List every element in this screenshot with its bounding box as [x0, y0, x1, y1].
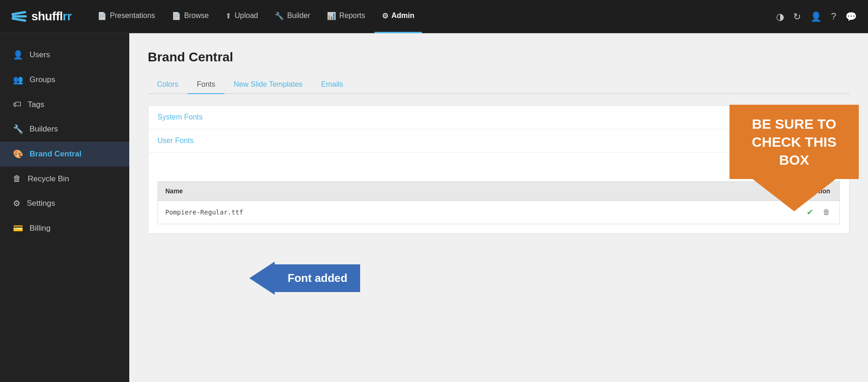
font-delete-icon[interactable]: 🗑 [823, 208, 830, 216]
settings-icon: ⚙ [13, 198, 20, 209]
builder-icon: 🔧 [275, 12, 284, 20]
fonts-table-container: Name Action Pompiere-Regular.ttf ✔ 🗑 [148, 181, 849, 233]
tabs: Colors Fonts New Slide Templates Emails [148, 76, 850, 94]
user-fonts-section[interactable]: User Fonts [148, 129, 849, 153]
tab-colors[interactable]: Colors [148, 76, 187, 94]
tab-new-slide-templates[interactable]: New Slide Templates [224, 76, 312, 94]
table-header-row: Name Action [158, 182, 840, 201]
nav-links: 📄 Presentations 📄 Browse ⬆ Upload 🔧 Buil… [90, 0, 776, 33]
col-action: Action [633, 182, 840, 201]
sidebar: 👤 Users 👥 Groups 🏷 Tags 🔧 Builders 🎨 Bra… [0, 33, 129, 382]
system-fonts-section[interactable]: System Fonts [148, 106, 849, 129]
users-icon: 👤 [13, 50, 23, 60]
fonts-card: System Fonts User Fonts Upload Font Name… [148, 105, 850, 234]
upload-icon: ⬆ [225, 12, 231, 20]
brand-central-icon: 🎨 [13, 149, 23, 159]
font-name: Pompiere-Regular.ttf [165, 209, 243, 216]
sidebar-item-users[interactable]: 👤 Users [0, 42, 129, 67]
sidebar-item-settings[interactable]: ⚙ Settings [0, 191, 129, 216]
tab-emails[interactable]: Emails [312, 76, 352, 94]
logo[interactable]: shufflrr [11, 8, 72, 25]
fonts-table-body: Pompiere-Regular.ttf ✔ 🗑 [158, 201, 840, 224]
nav-browse[interactable]: 📄 Browse [164, 0, 216, 33]
chat-icon[interactable]: 💬 [845, 11, 857, 22]
browse-icon: 📄 [172, 12, 181, 20]
refresh-icon[interactable]: ↻ [793, 11, 801, 22]
main-layout: 👤 Users 👥 Groups 🏷 Tags 🔧 Builders 🎨 Bra… [0, 33, 868, 382]
admin-icon: ⚙ [382, 12, 388, 20]
tags-icon: 🏷 [13, 100, 21, 109]
presentations-icon: 📄 [97, 12, 107, 20]
font-actions-cell: ✔ 🗑 [633, 201, 839, 224]
logo-icon [11, 8, 28, 25]
sidebar-item-groups[interactable]: 👥 Groups [0, 67, 129, 92]
blue-annotation: Font added [249, 262, 360, 295]
nav-presentations[interactable]: 📄 Presentations [90, 0, 163, 33]
table-row: Pompiere-Regular.ttf ✔ 🗑 [158, 201, 840, 224]
top-nav: shufflrr 📄 Presentations 📄 Browse ⬆ Uplo… [0, 0, 868, 33]
upload-row: Upload Font [148, 153, 849, 172]
upload-font-button[interactable]: Upload Font [788, 157, 840, 172]
blue-annotation-text: Font added [275, 264, 360, 292]
builders-icon: 🔧 [13, 124, 23, 134]
svg-rect-1 [12, 15, 27, 18]
svg-rect-2 [12, 17, 26, 22]
blue-arrow-left [249, 262, 275, 295]
font-checked-icon[interactable]: ✔ [807, 207, 814, 217]
sidebar-item-builders[interactable]: 🔧 Builders [0, 117, 129, 142]
nav-builder[interactable]: 🔧 Builder [267, 0, 318, 33]
svg-rect-0 [12, 11, 26, 15]
groups-icon: 👥 [13, 75, 23, 85]
nav-upload[interactable]: ⬆ Upload [218, 0, 265, 33]
tab-fonts[interactable]: Fonts [187, 76, 224, 94]
nav-right-icons: ◑ ↻ 👤 ? 💬 [776, 11, 857, 22]
col-name: Name [158, 182, 633, 201]
sidebar-item-brand-central[interactable]: 🎨 Brand Central [0, 142, 129, 167]
page-title: Brand Central [148, 50, 850, 65]
logo-text: shufflrr [31, 9, 72, 24]
nav-reports[interactable]: 📊 Reports [319, 0, 373, 33]
help-icon[interactable]: ? [831, 11, 836, 22]
sidebar-item-recycle-bin[interactable]: 🗑 Recycle Bin [0, 167, 129, 191]
recycle-bin-icon: 🗑 [13, 174, 21, 184]
contrast-icon[interactable]: ◑ [776, 11, 784, 22]
sidebar-item-billing[interactable]: 💳 Billing [0, 216, 129, 241]
nav-admin[interactable]: ⚙ Admin [374, 0, 422, 33]
fonts-table: Name Action Pompiere-Regular.ttf ✔ 🗑 [157, 181, 840, 224]
content-area: Brand Central Colors Fonts New Slide Tem… [129, 33, 868, 382]
user-icon[interactable]: 👤 [810, 11, 822, 22]
billing-icon: 💳 [13, 223, 23, 233]
sidebar-item-tags[interactable]: 🏷 Tags [0, 92, 129, 117]
font-name-cell: Pompiere-Regular.ttf [158, 201, 633, 224]
reports-icon: 📊 [327, 12, 336, 20]
